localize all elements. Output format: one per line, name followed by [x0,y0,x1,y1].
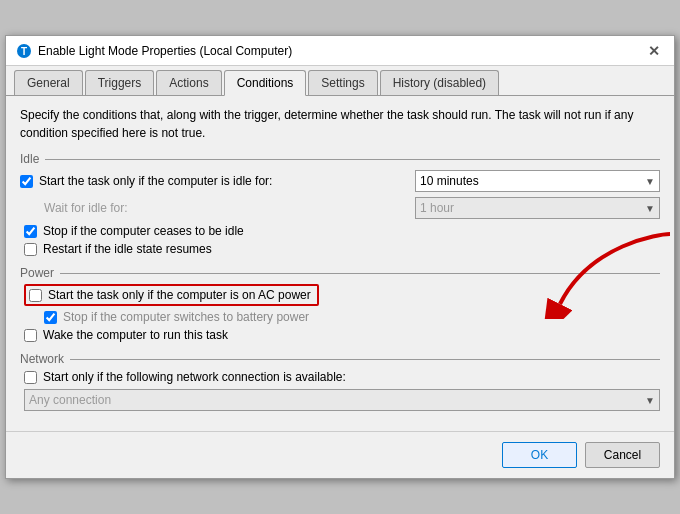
footer: OK Cancel [6,431,674,478]
tab-actions[interactable]: Actions [156,70,221,95]
power-section-label: Power [20,266,660,280]
power-section: Power Start the task only if the compute… [20,266,660,342]
stop-idle-label: Stop if the computer ceases to be idle [43,224,244,238]
network-dropdown[interactable]: Any connection ▼ [24,389,660,411]
network-dropdown-arrow: ▼ [645,395,655,406]
tab-history[interactable]: History (disabled) [380,70,499,95]
app-icon: T [16,43,32,59]
ac-power-checkbox[interactable] [29,289,42,302]
svg-text:T: T [21,46,27,57]
tabs-bar: General Triggers Actions Conditions Sett… [6,66,674,96]
wake-checkbox[interactable] [24,329,37,342]
ac-power-label: Start the task only if the computer is o… [48,288,311,302]
idle-section: Idle Start the task only if the computer… [20,152,660,256]
wait-idle-label: Wait for idle for: [44,201,415,215]
title-bar: T Enable Light Mode Properties (Local Co… [6,36,674,66]
wait-idle-value: 1 hour [420,201,454,215]
cancel-button[interactable]: Cancel [585,442,660,468]
network-label: Start only if the following network conn… [43,370,346,384]
tab-settings[interactable]: Settings [308,70,377,95]
start-idle-label: Start the task only if the computer is i… [39,174,272,188]
wait-idle-arrow: ▼ [645,203,655,214]
idle-duration-dropdown[interactable]: 10 minutes ▼ [415,170,660,192]
idle-duration-value: 10 minutes [420,174,479,188]
tab-general[interactable]: General [14,70,83,95]
network-checkbox[interactable] [24,371,37,384]
stop-idle-checkbox[interactable] [24,225,37,238]
description-text: Specify the conditions that, along with … [20,106,660,142]
battery-checkbox[interactable] [44,311,57,324]
tab-triggers[interactable]: Triggers [85,70,155,95]
restart-idle-label: Restart if the idle state resumes [43,242,212,256]
restart-idle-checkbox[interactable] [24,243,37,256]
title-bar-left: T Enable Light Mode Properties (Local Co… [16,43,292,59]
title-text: Enable Light Mode Properties (Local Comp… [38,44,292,58]
close-button[interactable]: ✕ [644,41,664,61]
tab-conditions[interactable]: Conditions [224,70,307,96]
idle-duration-arrow: ▼ [645,176,655,187]
network-dropdown-value: Any connection [29,393,111,407]
network-section-label: Network [20,352,660,366]
content-area: Specify the conditions that, along with … [6,96,674,431]
idle-section-label: Idle [20,152,660,166]
network-section: Network Start only if the following netw… [20,352,660,411]
wake-label: Wake the computer to run this task [43,328,228,342]
battery-label: Stop if the computer switches to battery… [63,310,309,324]
dialog: T Enable Light Mode Properties (Local Co… [5,35,675,479]
start-idle-checkbox[interactable] [20,175,33,188]
wait-idle-dropdown[interactable]: 1 hour ▼ [415,197,660,219]
ok-button[interactable]: OK [502,442,577,468]
